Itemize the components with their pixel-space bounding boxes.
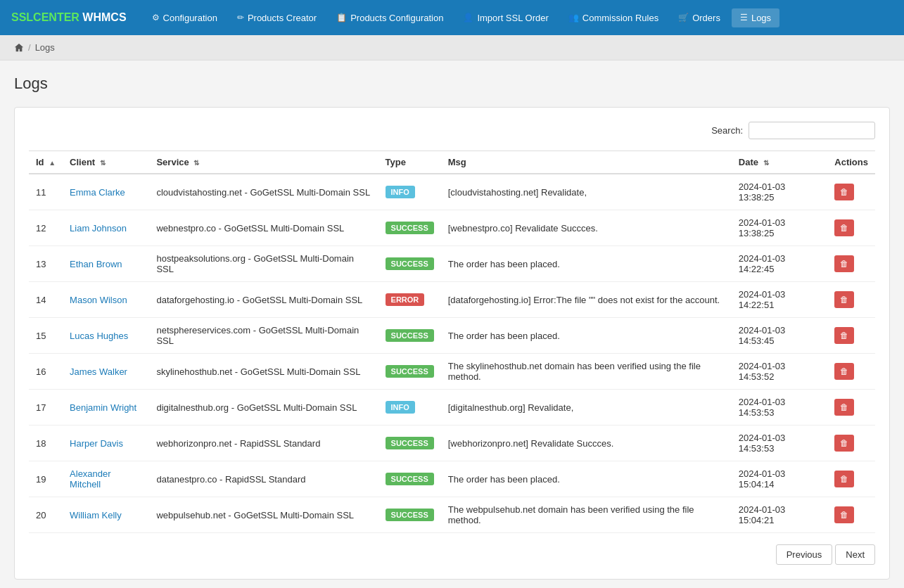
client-link[interactable]: Benjamin Wright — [70, 402, 136, 413]
cell-client: James Walker — [63, 354, 149, 390]
cell-service: cloudvistahosting.net - GoGetSSL Multi-D… — [149, 174, 378, 210]
delete-button[interactable]: 🗑 — [834, 435, 854, 452]
table-row: 12 Liam Johnson webnestpro.co - GoGetSSL… — [29, 210, 875, 246]
cell-client: Alexander Mitchell — [63, 461, 149, 497]
col-service: Service ⇅ — [149, 151, 378, 174]
pagination-bar: Previous Next — [29, 544, 875, 565]
cell-msg: [webhorizonpro.net] Revalidate Succces. — [441, 426, 732, 461]
table-row: 14 Mason Wilson dataforgehosting.io - Go… — [29, 282, 875, 318]
delete-button[interactable]: 🗑 — [834, 471, 854, 487]
nav-label-products-creator: Products Creator — [248, 13, 317, 23]
cell-actions: 🗑 — [827, 354, 875, 390]
cell-type: SUCCESS — [378, 354, 441, 390]
client-link[interactable]: Harper Davis — [70, 438, 123, 449]
cell-id: 19 — [29, 461, 63, 497]
delete-button[interactable]: 🗑 — [834, 255, 854, 272]
cell-id: 14 — [29, 282, 63, 318]
breadcrumb-sep: / — [28, 42, 31, 53]
nav-label-import-ssl-order: Import SSL Order — [477, 13, 548, 23]
cell-client: Ethan Brown — [63, 246, 149, 282]
nav-item-products-creator[interactable]: ✏Products Creator — [229, 8, 325, 27]
cell-date: 2024-01-03 13:38:25 — [732, 174, 828, 210]
col-actions: Actions — [827, 151, 875, 174]
delete-button[interactable]: 🗑 — [834, 363, 854, 380]
table-row: 17 Benjamin Wright digitalnesthub.org - … — [29, 390, 875, 426]
next-button[interactable]: Next — [835, 544, 875, 565]
nav-icon-logs: ☰ — [740, 13, 748, 23]
cell-actions: 🗑 — [827, 282, 875, 318]
delete-button[interactable]: 🗑 — [834, 219, 854, 236]
cell-date: 2024-01-03 15:04:21 — [732, 497, 828, 533]
col-type: Type — [378, 151, 441, 174]
search-input[interactable] — [749, 122, 875, 139]
table-body: 11 Emma Clarke cloudvistahosting.net - G… — [29, 174, 875, 533]
cell-type: INFO — [378, 390, 441, 426]
delete-button[interactable]: 🗑 — [834, 291, 854, 308]
type-badge: INFO — [386, 186, 415, 198]
client-link[interactable]: Alexander Mitchell — [70, 468, 111, 490]
cell-service: hostpeaksolutions.org - GoGetSSL Multi-D… — [149, 246, 378, 282]
delete-button[interactable]: 🗑 — [834, 506, 854, 523]
nav-icon-products-creator: ✏ — [237, 13, 244, 23]
cell-actions: 🗑 — [827, 497, 875, 533]
cell-id: 20 — [29, 497, 63, 533]
navbar: SSLCENTER WHMCS ⚙Configuration✏Products … — [0, 0, 904, 35]
client-link[interactable]: William Kelly — [70, 510, 122, 520]
client-link[interactable]: Emma Clarke — [70, 187, 125, 198]
cell-id: 12 — [29, 210, 63, 246]
type-badge: ERROR — [386, 293, 425, 306]
cell-date: 2024-01-03 14:53:53 — [732, 426, 828, 461]
cell-client: Lucas Hughes — [63, 318, 149, 354]
table-row: 15 Lucas Hughes netsphereservices.com - … — [29, 318, 875, 354]
col-msg: Msg — [441, 151, 732, 174]
cell-actions: 🗑 — [827, 426, 875, 461]
table-row: 13 Ethan Brown hostpeaksolutions.org - G… — [29, 246, 875, 282]
cell-msg: [webnestpro.co] Revalidate Succces. — [441, 210, 732, 246]
cell-date: 2024-01-03 14:53:52 — [732, 354, 828, 390]
delete-button[interactable]: 🗑 — [834, 184, 854, 200]
type-badge: SUCCESS — [386, 222, 434, 234]
client-link[interactable]: Mason Wilson — [70, 295, 127, 305]
cell-service: webhorizonpro.net - RapidSSL Standard — [149, 426, 378, 461]
nav-item-configuration[interactable]: ⚙Configuration — [144, 8, 226, 27]
client-link[interactable]: Lucas Hughes — [70, 331, 128, 341]
cell-date: 2024-01-03 14:53:45 — [732, 318, 828, 354]
delete-button[interactable]: 🗑 — [834, 399, 854, 416]
sort-service-icon: ⇅ — [193, 159, 199, 167]
nav-item-import-ssl-order[interactable]: 👤Import SSL Order — [454, 8, 556, 27]
cell-type: SUCCESS — [378, 426, 441, 461]
sort-client-icon: ⇅ — [100, 159, 106, 167]
cell-type: ERROR — [378, 282, 441, 318]
cell-actions: 🗑 — [827, 174, 875, 210]
nav-item-orders[interactable]: 🛒Orders — [670, 8, 729, 27]
type-badge: SUCCESS — [386, 365, 434, 378]
breadcrumb: / Logs — [0, 35, 904, 60]
cell-type: SUCCESS — [378, 497, 441, 533]
client-link[interactable]: Ethan Brown — [70, 259, 122, 269]
delete-button[interactable]: 🗑 — [834, 327, 854, 344]
cell-date: 2024-01-03 15:04:14 — [732, 461, 828, 497]
cell-msg: The skylinehosthub.net domain has been v… — [441, 354, 732, 390]
col-date: Date ⇅ — [732, 151, 828, 174]
cell-actions: 🗑 — [827, 318, 875, 354]
breadcrumb-current: Logs — [35, 42, 55, 53]
nav-item-commission-rules[interactable]: 👥Commission Rules — [560, 8, 667, 27]
col-id: Id ▲ — [29, 151, 63, 174]
type-badge: SUCCESS — [386, 509, 434, 521]
type-badge: INFO — [386, 401, 415, 414]
cell-id: 18 — [29, 426, 63, 461]
cell-date: 2024-01-03 14:22:51 — [732, 282, 828, 318]
table-row: 11 Emma Clarke cloudvistahosting.net - G… — [29, 174, 875, 210]
type-badge: SUCCESS — [386, 473, 434, 485]
search-label: Search: — [711, 125, 743, 136]
nav-item-logs[interactable]: ☰Logs — [732, 8, 779, 27]
previous-button[interactable]: Previous — [776, 544, 833, 565]
nav-label-orders: Orders — [692, 13, 720, 23]
brand-whmcs: WHMCS — [79, 11, 127, 23]
client-link[interactable]: Liam Johnson — [70, 223, 127, 234]
cell-type: SUCCESS — [378, 461, 441, 497]
table-header: Id ▲ Client ⇅ Service ⇅ Type Msg Date ⇅ … — [29, 151, 875, 174]
client-link[interactable]: James Walker — [70, 366, 127, 377]
nav-item-products-configuration[interactable]: 📋Products Configuration — [328, 8, 452, 27]
cell-client: Benjamin Wright — [63, 390, 149, 426]
